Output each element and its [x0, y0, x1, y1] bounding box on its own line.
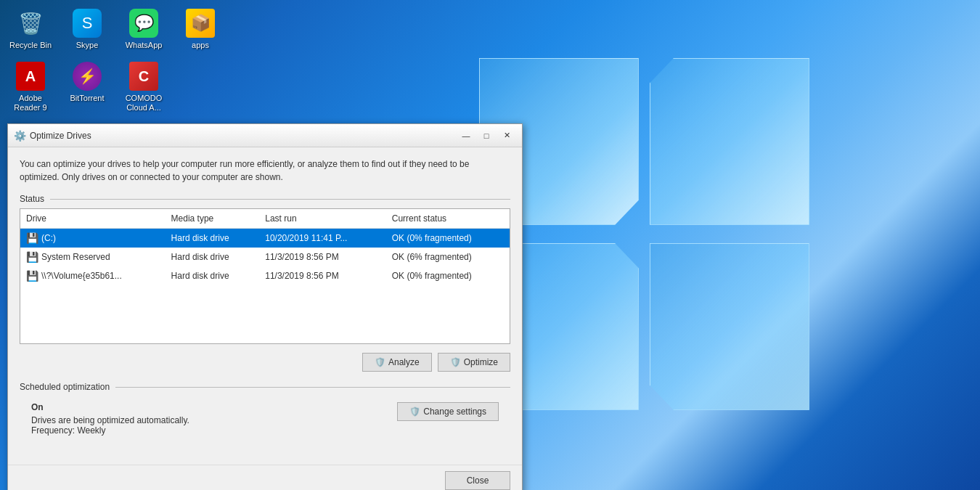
analyze-shield-icon: 🛡️ — [375, 357, 385, 367]
recycle-bin-icon: 🗑️ — [16, 9, 45, 38]
apps-label: apps — [192, 41, 209, 50]
scheduled-optimization-section: Scheduled optimization On Drives are bei… — [20, 382, 510, 446]
optimize-shield-icon: 🛡️ — [450, 357, 461, 367]
last-run-cell: 10/20/2019 11:41 P... — [259, 229, 386, 248]
last-run-cell: 11/3/2019 8:56 PM — [259, 266, 386, 285]
win-pane-top-right — [650, 58, 809, 225]
media-type-cell: Hard disk drive — [166, 229, 260, 248]
hdd-icon: 💾 — [26, 232, 38, 244]
scheduled-info: On Drives are being optimized automatica… — [31, 402, 189, 436]
desktop-icon-row-1: 🗑️ Recycle Bin S Skype 💬 WhatsApp 📦 apps — [6, 6, 225, 53]
table-row[interactable]: 💾 System Reserved Hard disk drive 11/3/2… — [20, 248, 510, 266]
desktop-icon-row-2: A Adobe Reader 9 ⚡ BitTorrent C COMODO C… — [6, 59, 225, 115]
desktop-icon-whatsapp[interactable]: 💬 WhatsApp — [119, 6, 168, 53]
drive-name: (C:) — [41, 233, 56, 243]
window-body: You can optimize your drives to help you… — [8, 147, 522, 465]
table-empty-area — [20, 285, 510, 343]
desktop-icon-apps[interactable]: 📦 apps — [176, 6, 225, 53]
status-cell: OK (0% fragmented) — [386, 266, 510, 285]
desktop-icon-adobe-reader[interactable]: A Adobe Reader 9 — [6, 59, 55, 115]
scheduled-description: Drives are being optimized automatically… — [31, 415, 189, 425]
drive-table-container: Drive Media type Last run Current status… — [20, 208, 510, 344]
drive-cell: 💾 \\?\Volume{e35b61... — [20, 266, 166, 285]
apps-icon: 📦 — [186, 9, 215, 38]
col-drive: Drive — [20, 209, 166, 229]
drive-name: \\?\Volume{e35b61... — [41, 271, 122, 281]
drive-cell: 💾 (C:) — [20, 229, 166, 248]
analyze-button[interactable]: 🛡️ Analyze — [362, 353, 432, 372]
bottom-bar: Close — [8, 465, 522, 490]
window-title: Optimize Drives — [30, 131, 91, 141]
window-title-icon: ⚙️ — [14, 130, 25, 142]
windows-logo-bg — [472, 58, 835, 436]
table-row[interactable]: 💾 \\?\Volume{e35b61... Hard disk drive 1… — [20, 266, 510, 285]
desktop-icon-comodo[interactable]: C COMODO Cloud A... — [119, 59, 168, 115]
title-bar: ⚙️ Optimize Drives — □ ✕ — [8, 124, 522, 147]
hdd-icon: 💾 — [26, 270, 38, 282]
table-header-row: Drive Media type Last run Current status — [20, 209, 510, 229]
win-pane-bottom-right — [650, 243, 809, 410]
comodo-label: COMODO Cloud A... — [122, 94, 166, 113]
status-cell: OK (0% fragmented) — [386, 229, 510, 248]
optimize-drives-window: ⚙️ Optimize Drives — □ ✕ You can optimiz… — [7, 123, 523, 490]
adobe-reader-icon: A — [16, 62, 45, 91]
minimize-button[interactable]: — — [457, 128, 475, 143]
desktop: 🗑️ Recycle Bin S Skype 💬 WhatsApp 📦 apps… — [0, 0, 980, 490]
comodo-icon: C — [129, 62, 158, 91]
bittorrent-icon: ⚡ — [73, 62, 102, 91]
col-current-status: Current status — [386, 209, 510, 229]
drive-name: System Reserved — [41, 252, 110, 262]
frequency-value: Weekly — [77, 425, 105, 436]
maximize-button[interactable]: □ — [477, 128, 496, 143]
desktop-icon-bittorrent[interactable]: ⚡ BitTorrent — [62, 59, 112, 115]
media-type-cell: Hard disk drive — [166, 266, 260, 285]
scheduled-frequency: Frequency: Weekly — [31, 425, 189, 436]
scheduled-content: On Drives are being optimized automatica… — [20, 396, 510, 446]
title-bar-controls: — □ ✕ — [457, 128, 516, 143]
last-run-cell: 11/3/2019 8:56 PM — [259, 248, 386, 266]
scheduled-status: On — [31, 402, 189, 412]
col-last-run: Last run — [259, 209, 386, 229]
action-buttons: 🛡️ Analyze 🛡️ Optimize — [20, 353, 510, 372]
close-button[interactable]: Close — [445, 471, 510, 490]
window-description: You can optimize your drives to help you… — [20, 158, 510, 184]
title-bar-left: ⚙️ Optimize Drives — [14, 130, 91, 142]
adobe-reader-label: Adobe Reader 9 — [9, 94, 52, 113]
col-media-type: Media type — [166, 209, 260, 229]
drive-table: Drive Media type Last run Current status… — [20, 209, 510, 285]
scheduled-header: On Drives are being optimized automatica… — [31, 402, 499, 436]
optimize-button[interactable]: 🛡️ Optimize — [438, 353, 510, 372]
desktop-icons: 🗑️ Recycle Bin S Skype 💬 WhatsApp 📦 apps… — [0, 0, 231, 128]
frequency-label: Frequency: — [31, 425, 77, 436]
whatsapp-icon: 💬 — [129, 9, 158, 38]
recycle-bin-label: Recycle Bin — [9, 41, 52, 50]
bittorrent-label: BitTorrent — [70, 94, 104, 103]
media-type-cell: Hard disk drive — [166, 248, 260, 266]
status-cell: OK (6% fragmented) — [386, 248, 510, 266]
scheduled-section-label: Scheduled optimization — [20, 382, 510, 392]
status-section-label: Status — [20, 194, 510, 204]
drive-cell: 💾 System Reserved — [20, 248, 166, 266]
drive-table-body: 💾 (C:) Hard disk drive 10/20/2019 11:41 … — [20, 229, 510, 286]
hdd-icon: 💾 — [26, 251, 38, 263]
desktop-icon-recycle-bin[interactable]: 🗑️ Recycle Bin — [6, 6, 55, 53]
desktop-icon-skype[interactable]: S Skype — [62, 6, 112, 53]
settings-shield-icon: 🛡️ — [409, 407, 420, 417]
close-window-button[interactable]: ✕ — [497, 128, 516, 143]
table-row[interactable]: 💾 (C:) Hard disk drive 10/20/2019 11:41 … — [20, 229, 510, 248]
change-settings-button[interactable]: 🛡️ Change settings — [397, 402, 499, 421]
skype-label: Skype — [76, 41, 99, 50]
skype-icon: S — [73, 9, 102, 38]
whatsapp-label: WhatsApp — [126, 41, 163, 50]
